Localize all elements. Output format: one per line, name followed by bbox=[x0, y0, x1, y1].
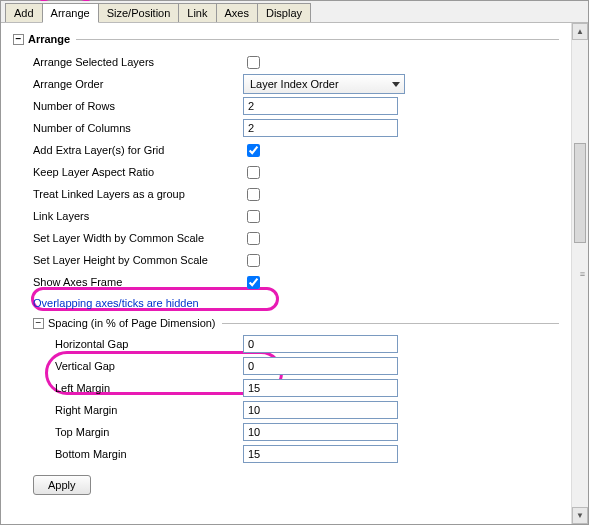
overlap-note: Overlapping axes/ticks are hidden bbox=[33, 297, 559, 309]
row-vgap: Vertical Gap bbox=[55, 355, 559, 377]
label-add-extra: Add Extra Layer(s) for Grid bbox=[33, 144, 243, 156]
row-width-common: Set Layer Width by Common Scale bbox=[33, 227, 559, 249]
tab-arrange[interactable]: Arrange bbox=[42, 3, 99, 23]
scroll-up-icon[interactable]: ▲ bbox=[572, 23, 588, 40]
arrange-section-body: Arrange Selected Layers Arrange Order La… bbox=[13, 51, 559, 465]
checkbox-add-extra[interactable] bbox=[247, 144, 260, 157]
divider bbox=[222, 323, 559, 324]
arrange-section-header: − Arrange bbox=[13, 33, 559, 45]
label-keep-aspect: Keep Layer Aspect Ratio bbox=[33, 166, 243, 178]
checkbox-height-common[interactable] bbox=[247, 254, 260, 267]
checkbox-width-common[interactable] bbox=[247, 232, 260, 245]
label-treat-linked: Treat Linked Layers as a group bbox=[33, 188, 243, 200]
tab-add[interactable]: Add bbox=[5, 3, 43, 22]
label-height-common: Set Layer Height by Common Scale bbox=[33, 254, 243, 266]
input-vgap[interactable] bbox=[243, 357, 398, 375]
label-num-rows: Number of Rows bbox=[33, 100, 243, 112]
label-width-common: Set Layer Width by Common Scale bbox=[33, 232, 243, 244]
spacing-body: Horizontal Gap Vertical Gap Left Margin … bbox=[33, 333, 559, 465]
label-num-cols: Number of Columns bbox=[33, 122, 243, 134]
arrange-section-title: Arrange bbox=[28, 33, 70, 45]
divider bbox=[76, 39, 559, 40]
row-link-layers: Link Layers bbox=[33, 205, 559, 227]
row-add-extra: Add Extra Layer(s) for Grid bbox=[33, 139, 559, 161]
label-show-axes-frame: Show Axes Frame bbox=[33, 276, 243, 288]
tab-bar: Add Arrange Size/Position Link Axes Disp… bbox=[1, 1, 588, 23]
tab-link[interactable]: Link bbox=[178, 3, 216, 22]
row-arrange-selected-layers: Arrange Selected Layers bbox=[33, 51, 559, 73]
input-tmargin[interactable] bbox=[243, 423, 398, 441]
tab-axes[interactable]: Axes bbox=[216, 3, 258, 22]
spacing-title: Spacing (in % of Page Dimension) bbox=[48, 317, 216, 329]
label-lmargin: Left Margin bbox=[55, 382, 243, 394]
select-arrange-order[interactable]: Layer Index Order bbox=[243, 74, 405, 94]
row-show-axes-frame: Show Axes Frame bbox=[33, 271, 559, 293]
input-rmargin[interactable] bbox=[243, 401, 398, 419]
chevron-down-icon bbox=[392, 82, 400, 87]
row-arrange-order: Arrange Order Layer Index Order bbox=[33, 73, 559, 95]
label-link-layers: Link Layers bbox=[33, 210, 243, 222]
tab-display[interactable]: Display bbox=[257, 3, 311, 22]
row-bmargin: Bottom Margin bbox=[55, 443, 559, 465]
vertical-scrollbar[interactable]: ▲ ≡ ▼ bbox=[571, 23, 588, 524]
label-arrange-selected-layers: Arrange Selected Layers bbox=[33, 56, 243, 68]
label-arrange-order: Arrange Order bbox=[33, 78, 243, 90]
collapse-toggle-spacing[interactable]: − bbox=[33, 318, 44, 329]
scroll-grip-icon: ≡ bbox=[580, 269, 585, 279]
tab-size-position[interactable]: Size/Position bbox=[98, 3, 180, 22]
row-treat-linked: Treat Linked Layers as a group bbox=[33, 183, 559, 205]
dialog-window: Add Arrange Size/Position Link Axes Disp… bbox=[0, 0, 589, 525]
row-rmargin: Right Margin bbox=[55, 399, 559, 421]
scroll-down-icon[interactable]: ▼ bbox=[572, 507, 588, 524]
label-vgap: Vertical Gap bbox=[55, 360, 243, 372]
input-num-cols[interactable] bbox=[243, 119, 398, 137]
row-keep-aspect: Keep Layer Aspect Ratio bbox=[33, 161, 559, 183]
row-num-rows: Number of Rows bbox=[33, 95, 559, 117]
select-arrange-order-value: Layer Index Order bbox=[250, 78, 339, 90]
input-lmargin[interactable] bbox=[243, 379, 398, 397]
checkbox-arrange-selected-layers[interactable] bbox=[247, 56, 260, 69]
scroll-pane: − Arrange Arrange Selected Layers Arrang… bbox=[1, 23, 571, 524]
row-tmargin: Top Margin bbox=[55, 421, 559, 443]
spacing-header: − Spacing (in % of Page Dimension) bbox=[33, 317, 559, 329]
scroll-thumb[interactable] bbox=[574, 143, 586, 243]
input-hgap[interactable] bbox=[243, 335, 398, 353]
row-hgap: Horizontal Gap bbox=[55, 333, 559, 355]
checkbox-show-axes-frame[interactable] bbox=[247, 276, 260, 289]
input-num-rows[interactable] bbox=[243, 97, 398, 115]
input-bmargin[interactable] bbox=[243, 445, 398, 463]
checkbox-treat-linked[interactable] bbox=[247, 188, 260, 201]
content-area: − Arrange Arrange Selected Layers Arrang… bbox=[1, 23, 588, 524]
row-num-cols: Number of Columns bbox=[33, 117, 559, 139]
collapse-toggle-arrange[interactable]: − bbox=[13, 34, 24, 45]
row-height-common: Set Layer Height by Common Scale bbox=[33, 249, 559, 271]
label-hgap: Horizontal Gap bbox=[55, 338, 243, 350]
apply-button[interactable]: Apply bbox=[33, 475, 91, 495]
checkbox-link-layers[interactable] bbox=[247, 210, 260, 223]
label-tmargin: Top Margin bbox=[55, 426, 243, 438]
label-rmargin: Right Margin bbox=[55, 404, 243, 416]
checkbox-keep-aspect[interactable] bbox=[247, 166, 260, 179]
row-lmargin: Left Margin bbox=[55, 377, 559, 399]
label-bmargin: Bottom Margin bbox=[55, 448, 243, 460]
